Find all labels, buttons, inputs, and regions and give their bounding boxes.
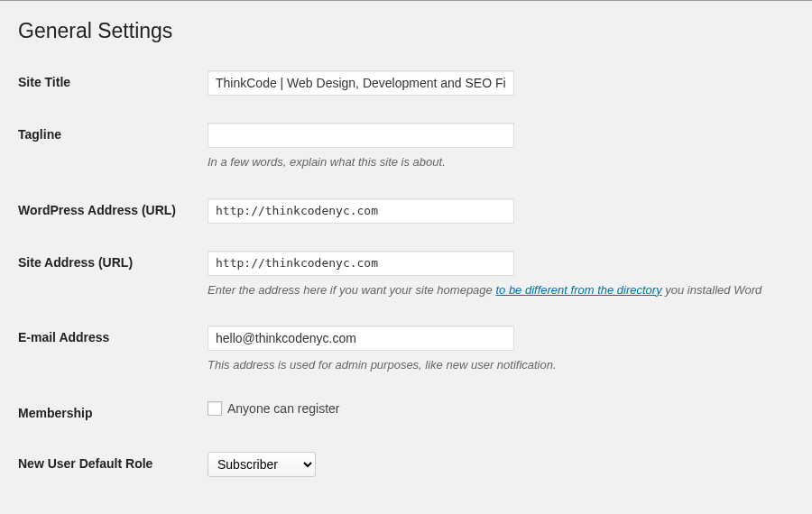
email-input[interactable] <box>208 326 514 351</box>
site-address-desc-after: you installed Word <box>662 283 762 297</box>
membership-label: Membership <box>18 388 198 438</box>
site-address-input[interactable] <box>208 251 514 276</box>
site-title-input[interactable] <box>208 70 514 96</box>
membership-checkbox[interactable] <box>208 401 222 416</box>
site-address-label: Site Address (URL) <box>18 237 198 313</box>
default-role-label: New User Default Role <box>18 438 198 491</box>
wp-address-input[interactable] <box>208 198 514 224</box>
settings-form-table: Site Title Tagline In a few words, expla… <box>18 57 794 491</box>
wp-address-label: WordPress Address (URL) <box>18 185 198 237</box>
tagline-description: In a few words, explain what this site i… <box>208 153 785 171</box>
membership-checkbox-label: Anyone can register <box>227 401 340 416</box>
settings-wrap: General Settings Site Title Tagline In a… <box>0 0 812 509</box>
site-address-desc-link[interactable]: to be different from the directory <box>495 283 661 297</box>
site-address-desc-before: Enter the address here if you want your … <box>208 283 495 297</box>
site-title-label: Site Title <box>18 57 198 109</box>
default-role-select[interactable]: Subscriber <box>208 452 316 477</box>
email-label: E-mail Address <box>18 312 198 388</box>
email-description: This address is used for admin purposes,… <box>208 356 785 374</box>
page-title: General Settings <box>18 10 794 57</box>
tagline-label: Tagline <box>18 109 198 185</box>
tagline-input[interactable] <box>208 123 514 148</box>
site-address-description: Enter the address here if you want your … <box>208 281 785 299</box>
